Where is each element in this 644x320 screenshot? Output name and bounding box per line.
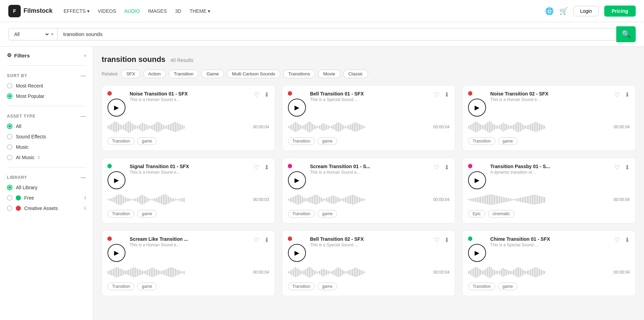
- waveform-bar: [357, 196, 358, 203]
- library-toggle[interactable]: —: [81, 174, 86, 181]
- favorite-button[interactable]: ♡: [614, 164, 620, 171]
- favorite-button[interactable]: ♡: [254, 236, 259, 244]
- sort-by-toggle[interactable]: —: [81, 73, 86, 79]
- sort-most-popular[interactable]: Most Popular: [7, 93, 86, 99]
- nav-audio[interactable]: AUDIO: [124, 8, 140, 14]
- play-button[interactable]: ▶: [468, 99, 486, 117]
- waveform-bar: [116, 267, 117, 277]
- asset-type-toggle[interactable]: —: [81, 113, 86, 119]
- card-tag[interactable]: Transition: [288, 210, 315, 218]
- play-button[interactable]: ▶: [288, 244, 306, 262]
- card-tag[interactable]: game: [318, 283, 337, 290]
- asset-music[interactable]: Music: [7, 144, 86, 150]
- play-button[interactable]: ▶: [108, 171, 125, 189]
- nav-videos[interactable]: VIDEOS: [98, 8, 116, 14]
- nav-effects[interactable]: EFFECTS ▾: [64, 8, 90, 14]
- tag-game[interactable]: Game: [201, 70, 224, 78]
- play-button[interactable]: ▶: [468, 171, 486, 189]
- nav-theme[interactable]: THEME ▾: [189, 8, 210, 14]
- card-tag[interactable]: game: [137, 210, 157, 218]
- card-tag[interactable]: Transition: [108, 210, 134, 218]
- creative-assets-info-icon[interactable]: ℹ: [84, 206, 86, 211]
- card-tag[interactable]: Transition: [108, 283, 134, 290]
- waveform-row: 00:00:04: [288, 121, 450, 133]
- nav-3d[interactable]: 3D: [175, 8, 181, 14]
- card-tag[interactable]: game: [137, 283, 157, 290]
- pricing-button[interactable]: Pricing: [604, 6, 636, 17]
- card-tag[interactable]: game: [318, 210, 337, 218]
- play-button[interactable]: ▶: [468, 244, 486, 262]
- free-info-icon[interactable]: ℹ: [84, 195, 86, 200]
- globe-icon[interactable]: 🌐: [545, 7, 554, 15]
- waveform-bar: [478, 197, 479, 203]
- download-button[interactable]: ⬇: [444, 236, 449, 244]
- asset-ai-music[interactable]: AI Music ℹ: [7, 155, 86, 160]
- asset-all[interactable]: All: [7, 124, 86, 129]
- card-tag[interactable]: Transition: [468, 283, 495, 290]
- cart-icon[interactable]: 🛒: [559, 7, 568, 15]
- search-button[interactable]: 🔍: [616, 26, 636, 42]
- favorite-button[interactable]: ♡: [254, 91, 259, 99]
- search-input[interactable]: [63, 31, 610, 37]
- play-button[interactable]: ▶: [288, 99, 306, 117]
- radio-circle: [7, 144, 12, 150]
- card-tag[interactable]: Transition: [288, 283, 315, 290]
- audio-card: ▶ Noise Transition 02 - SFX This is a Hu…: [462, 85, 636, 151]
- card-tag[interactable]: game: [318, 137, 337, 145]
- waveform-bar: [326, 198, 327, 202]
- card-tag[interactable]: game: [498, 283, 517, 290]
- asset-sound-effects[interactable]: Sound Effects: [7, 134, 86, 139]
- download-button[interactable]: ⬇: [444, 91, 449, 99]
- card-tag[interactable]: Transition: [288, 137, 315, 145]
- tag-transition[interactable]: Transition: [169, 70, 199, 78]
- download-button[interactable]: ⬇: [264, 236, 269, 244]
- search-category-select[interactable]: All Sound Effects Music: [13, 31, 50, 37]
- play-button[interactable]: ▶: [288, 171, 306, 189]
- card-tag[interactable]: cinematic: [488, 210, 515, 218]
- card-header: ▶ Scream Transition 01 - S... This is a …: [288, 164, 450, 189]
- card-tag[interactable]: Transition: [468, 137, 495, 145]
- waveform-bar: [144, 271, 145, 274]
- download-button[interactable]: ⬇: [625, 236, 630, 244]
- tag-action[interactable]: Action: [143, 70, 166, 78]
- radio-dot: [8, 186, 11, 189]
- favorite-button[interactable]: ♡: [614, 236, 620, 244]
- tag-sfx[interactable]: SFX: [121, 70, 140, 78]
- tag-multi-cartoon[interactable]: Multi Cartoon Sounds: [227, 70, 280, 78]
- tag-transitions[interactable]: Transitions: [283, 70, 315, 78]
- play-button[interactable]: ▶: [108, 244, 125, 262]
- waveform-bar: [298, 194, 299, 205]
- waveform-bar: [522, 269, 523, 276]
- play-button[interactable]: ▶: [108, 99, 125, 117]
- tag-classic[interactable]: Classic: [343, 70, 368, 78]
- logo[interactable]: F Filmstock: [8, 5, 53, 17]
- favorite-button[interactable]: ♡: [254, 164, 259, 171]
- asset-type-section-header: ASSET TYPE —: [7, 113, 86, 119]
- waveform-bar: [139, 196, 140, 203]
- login-button[interactable]: Login: [573, 6, 598, 16]
- waveform-bar: [357, 123, 358, 131]
- sidebar-collapse-button[interactable]: ‹: [84, 52, 86, 58]
- download-button[interactable]: ⬇: [444, 164, 449, 171]
- card-header: ▶ Noise Transition 02 - SFX This is a Hu…: [468, 91, 630, 117]
- ai-music-info-icon[interactable]: ℹ: [38, 155, 40, 160]
- card-tag[interactable]: Epic: [468, 210, 485, 218]
- download-button[interactable]: ⬇: [625, 164, 630, 171]
- tag-movie[interactable]: Movie: [318, 70, 340, 78]
- waveform-bar: [520, 198, 521, 202]
- nav-images[interactable]: IMAGES: [148, 8, 167, 14]
- card-tag[interactable]: Transition: [108, 137, 134, 145]
- favorite-button[interactable]: ♡: [614, 91, 620, 99]
- sort-most-recent[interactable]: Most Recent: [7, 83, 86, 89]
- waveform-bar: [312, 124, 313, 130]
- favorite-button[interactable]: ♡: [434, 164, 439, 171]
- favorite-button[interactable]: ♡: [434, 91, 439, 99]
- card-tag[interactable]: game: [498, 137, 517, 145]
- download-button[interactable]: ⬇: [625, 91, 630, 99]
- download-button[interactable]: ⬇: [264, 91, 269, 99]
- card-duration: 00:00:04: [433, 197, 450, 202]
- download-button[interactable]: ⬇: [264, 164, 269, 171]
- card-tag[interactable]: game: [137, 137, 157, 145]
- waveform-bar: [127, 198, 128, 202]
- favorite-button[interactable]: ♡: [434, 236, 439, 244]
